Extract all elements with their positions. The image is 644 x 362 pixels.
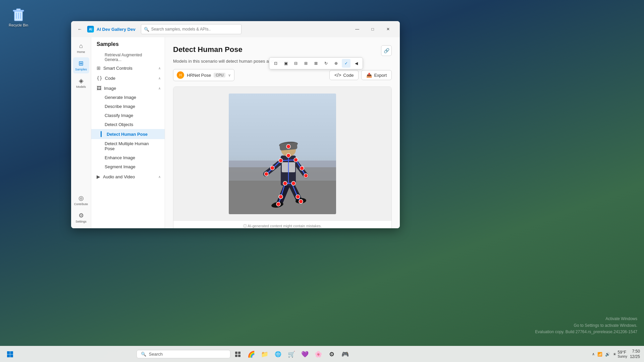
- link-icon[interactable]: 🔗: [381, 45, 392, 56]
- code-section-icon: {}: [97, 75, 102, 81]
- nav-item-models[interactable]: ◈ Models: [73, 75, 89, 91]
- sidebar-item-segment-image[interactable]: Segment Image: [91, 162, 165, 171]
- svg-rect-47: [7, 354, 10, 357]
- nav-item-settings[interactable]: ⚙ Settings: [73, 209, 89, 226]
- app-title-text: AI Dev Gallery Dev: [97, 27, 136, 32]
- section-header-audio-video[interactable]: ▶ Audio and Video ∧: [91, 172, 165, 181]
- sidebar-item-detect-human-pose[interactable]: Detect Human Pose: [91, 129, 165, 139]
- maximize-button[interactable]: □: [365, 24, 380, 35]
- smart-controls-chevron: ∧: [158, 66, 161, 70]
- taskbar-app-explorer[interactable]: 📁: [259, 348, 271, 360]
- toolbar-btn-4[interactable]: ⊞: [302, 59, 310, 68]
- taskbar-app-edge[interactable]: 🌐: [272, 348, 284, 360]
- toolbar-overlay: ⊡ ▣ ⊟ ⊞ ⊠ ↻ ⊕ ✓ ◀: [269, 57, 363, 69]
- svg-rect-51: [235, 355, 237, 357]
- taskbar-app-game[interactable]: 🎮: [339, 348, 351, 360]
- search-input[interactable]: [151, 27, 238, 32]
- recycle-bin-label: Recycle Bin: [9, 23, 28, 27]
- code-label: Code: [105, 76, 156, 81]
- code-chevron: ∧: [158, 76, 161, 80]
- recycle-bin[interactable]: Recycle Bin: [7, 7, 30, 27]
- section-header-smart-controls[interactable]: ⊞ Smart Controls ∧: [91, 63, 165, 73]
- search-bar[interactable]: 🔍: [141, 24, 241, 34]
- nav-label-home: Home: [77, 50, 85, 54]
- sidebar-item-detect-multiple-human-pose[interactable]: Detect Multiple Human Pose: [91, 139, 165, 153]
- taskbar-app-pink[interactable]: 🌸: [312, 348, 324, 360]
- image-label: Image: [104, 86, 156, 91]
- toolbar-btn-5[interactable]: ⊠: [312, 59, 320, 68]
- model-bar: H HRNet Pose CPU ∨ </> Code 📤 Export: [173, 69, 392, 81]
- image-section-icon: 🖼: [97, 85, 101, 91]
- sidebar-item-generate-image[interactable]: Generate Image: [91, 93, 165, 102]
- windows-watermark: Activate Windows Go to Settings to activ…: [535, 316, 637, 335]
- window-controls: — □ ✕: [350, 24, 396, 35]
- svg-point-37: [264, 172, 268, 176]
- taskbar-chevron-icon[interactable]: ∧: [592, 352, 595, 356]
- toolbar-btn-1[interactable]: ⊡: [271, 59, 280, 68]
- taskbar-search-icon: 🔍: [141, 352, 146, 357]
- svg-rect-48: [10, 354, 13, 357]
- start-button[interactable]: [4, 348, 16, 360]
- audio-video-section-icon: ▶: [97, 174, 100, 179]
- image-chevron: ∧: [158, 86, 161, 90]
- search-icon: 🔍: [144, 27, 149, 32]
- code-button[interactable]: </> Code: [329, 70, 359, 80]
- svg-point-34: [294, 158, 298, 162]
- nav-item-samples[interactable]: ⊞ Samples: [73, 57, 89, 73]
- taskbar-app-store[interactable]: 🛒: [285, 348, 298, 360]
- section-image: 🖼 Image ∧ Generate Image Describe Image …: [91, 83, 165, 171]
- home-icon: ⌂: [79, 43, 83, 50]
- minimize-button[interactable]: —: [350, 24, 365, 35]
- pose-image: [229, 94, 336, 214]
- nav-label-settings: Settings: [75, 220, 87, 223]
- action-buttons: </> Code 📤 Export: [329, 70, 392, 80]
- nav-label-models: Models: [76, 85, 86, 88]
- toolbar-btn-7[interactable]: ⊕: [332, 59, 340, 68]
- svg-point-38: [304, 174, 308, 178]
- toolbar-btn-3[interactable]: ⊟: [291, 59, 300, 68]
- close-button[interactable]: ✕: [380, 24, 396, 35]
- toolbar-btn-9[interactable]: ◀: [352, 59, 361, 68]
- svg-rect-50: [238, 352, 240, 354]
- nav-label-contribute: Contribute: [74, 202, 88, 206]
- desktop: Recycle Bin ← AI AI Dev Gallery Dev 🔍 — …: [0, 0, 644, 362]
- back-button[interactable]: ←: [75, 24, 85, 34]
- toolbar-btn-6[interactable]: ↻: [322, 59, 330, 68]
- svg-point-40: [291, 181, 296, 185]
- nav-item-home[interactable]: ⌂ Home: [73, 40, 89, 56]
- section-audio-video: ▶ Audio and Video ∧: [91, 172, 165, 181]
- image-area: ⓘ AI-generated content might contain mis…: [173, 86, 392, 228]
- model-chevron-icon: ∨: [228, 73, 231, 77]
- contribute-icon: ◎: [78, 194, 84, 202]
- samples-icon: ⊞: [78, 60, 84, 67]
- taskbar-right: ∧ 📶 🔊 ☀ 59°F Sunny 7:50 12/25: [592, 349, 640, 359]
- taskbar-network-icon[interactable]: 📶: [597, 352, 602, 357]
- taskbar-weather[interactable]: ☀ 59°F Sunny: [613, 350, 627, 358]
- taskbar-app-colorful[interactable]: 🌈: [245, 348, 257, 360]
- model-selector[interactable]: H HRNet Pose CPU ∨: [173, 69, 234, 81]
- taskbar-app-settings[interactable]: ⚙: [326, 348, 338, 360]
- svg-point-43: [276, 202, 280, 206]
- sidebar-item-rag[interactable]: Retrieval Augmented Genera...: [91, 51, 165, 63]
- taskbar-app-purple[interactable]: 💜: [299, 348, 311, 360]
- taskbar-volume-icon[interactable]: 🔊: [605, 352, 610, 357]
- taskview-button[interactable]: [232, 348, 244, 360]
- toolbar-btn-2[interactable]: ▣: [281, 59, 290, 68]
- nav-label-samples: Samples: [75, 68, 87, 71]
- export-button[interactable]: 📤 Export: [361, 70, 392, 80]
- nav-item-contribute[interactable]: ◎ Contribute: [73, 192, 89, 208]
- sidebar-item-describe-image[interactable]: Describe Image: [91, 102, 165, 111]
- sidebar-item-enhance-image[interactable]: Enhance Image: [91, 153, 165, 162]
- sidebar-item-classify-image[interactable]: Classify Image: [91, 111, 165, 120]
- app-window: ← AI AI Dev Gallery Dev 🔍 — □ ✕ ⌂ Home: [71, 21, 400, 228]
- left-nav: ⌂ Home ⊞ Samples ◈ Models ◎ Contribute: [71, 37, 91, 228]
- sidebar: Samples Retrieval Augmented Genera... ⊞ …: [91, 37, 165, 228]
- toolbar-btn-8[interactable]: ✓: [342, 59, 351, 68]
- model-avatar: H: [177, 71, 184, 79]
- section-header-code[interactable]: {} Code ∧: [91, 73, 165, 83]
- sidebar-item-detect-objects[interactable]: Detect Objects: [91, 120, 165, 129]
- section-header-image[interactable]: 🖼 Image ∧: [91, 83, 165, 93]
- taskbar-search[interactable]: 🔍 Search: [137, 350, 230, 358]
- taskbar-search-label: Search: [149, 352, 163, 357]
- taskbar-clock[interactable]: 7:50 12/25: [630, 349, 640, 359]
